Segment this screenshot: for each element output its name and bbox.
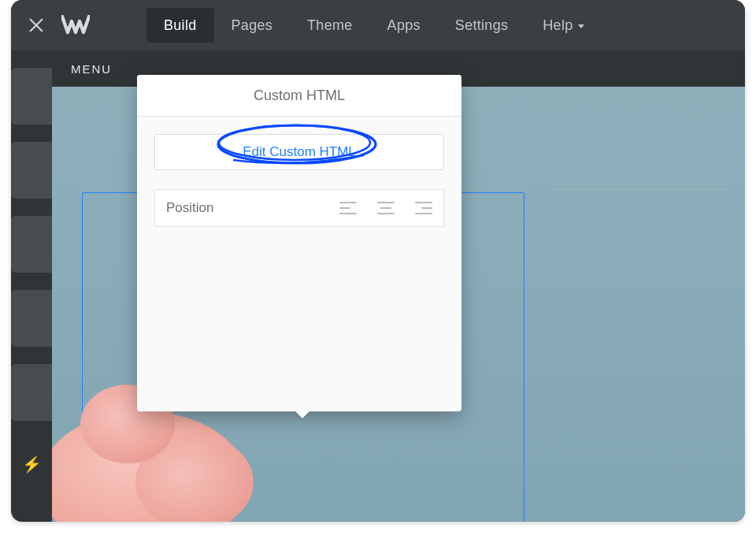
palette-item[interactable] [11,290,52,347]
edit-custom-html-button[interactable]: Edit Custom HTML [154,134,444,170]
palette-item[interactable] [11,68,52,125]
position-row: Position [154,189,444,227]
tab-help-label: Help [543,17,573,34]
tab-settings[interactable]: Settings [438,8,525,43]
tab-apps[interactable]: Apps [370,8,438,43]
align-center-icon[interactable] [377,201,395,215]
alignment-options [339,201,432,215]
lightning-icon[interactable]: ⚡ [11,451,52,478]
custom-html-popover: Custom HTML Edit Custom HTML Position [137,75,461,411]
position-label: Position [166,200,339,216]
tab-help[interactable]: Help [525,8,601,43]
palette-item[interactable] [11,364,52,421]
weebly-logo-icon[interactable] [58,0,93,50]
palette-item[interactable] [11,216,52,273]
tab-build[interactable]: Build [146,8,214,43]
align-right-icon[interactable] [415,201,432,215]
popover-arrow-icon [295,411,310,418]
nav-tabs: Build Pages Theme Apps Settings Help [115,0,602,50]
divider-line [553,189,726,190]
tab-pages[interactable]: Pages [214,8,291,43]
popover-header: Custom HTML [137,75,461,117]
tab-theme[interactable]: Theme [290,8,370,43]
editor-window: Build Pages Theme Apps Settings Help MEN… [11,0,745,522]
align-left-icon[interactable] [339,201,357,215]
popover-title: Custom HTML [254,87,345,104]
element-palette: ⚡ [11,68,52,478]
close-icon[interactable] [11,0,61,50]
palette-item[interactable] [11,142,52,199]
chevron-down-icon [578,24,584,28]
top-nav: Build Pages Theme Apps Settings Help [11,0,745,50]
